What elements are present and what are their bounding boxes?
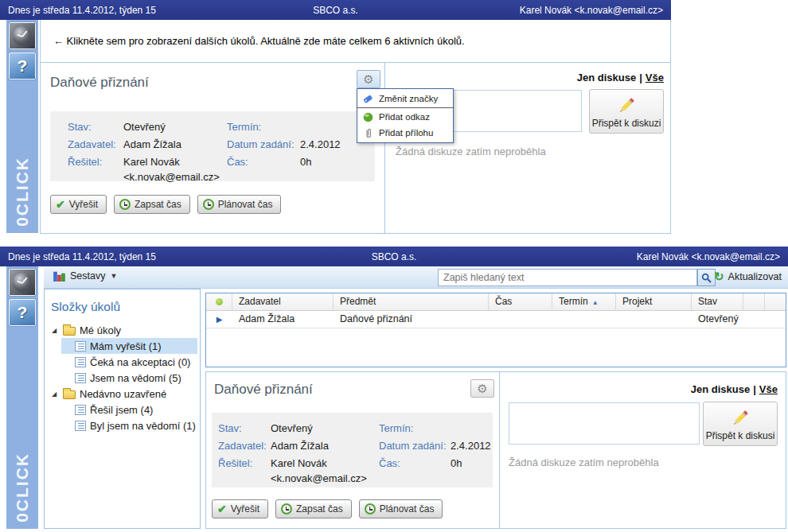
field-value (451, 421, 493, 436)
titlebar-company: SBCO a.s. (372, 251, 417, 262)
tree-item-was-cc[interactable]: Byl jsem na vědomí (1) (61, 417, 197, 433)
help-button[interactable]: ? (9, 52, 36, 80)
filter-discussion-only[interactable]: Jen diskuse (577, 72, 636, 83)
field-value: 2.4.2012 (451, 438, 493, 453)
task-actions-button[interactable]: ⚙ (470, 379, 494, 398)
paperclip-icon (363, 128, 373, 138)
column-header-projekt[interactable]: Projekt (616, 293, 692, 310)
column-header-stav[interactable]: Stav (692, 293, 743, 310)
tag-icon (363, 94, 373, 104)
clock-icon (365, 503, 376, 515)
field-label: Zadavatel: (218, 438, 271, 453)
menu-item-change-tags[interactable]: Změnit značky (357, 91, 453, 107)
clock-icon (119, 199, 131, 210)
log-time-button[interactable]: Zapsat čas (275, 499, 352, 518)
help-button[interactable]: ? (9, 299, 36, 326)
field-value: Otevřený (271, 421, 379, 436)
menu-item-add-attachment[interactable]: Přidat přílohu (357, 125, 453, 141)
time-tracking-button[interactable] (9, 269, 36, 296)
tree-group-my-tasks[interactable]: ◢ Mé úkoly (45, 322, 200, 338)
task-list-icon (75, 405, 86, 415)
column-header-termin[interactable]: Termín▲ (552, 293, 616, 310)
column-header-zadavatel[interactable]: Zadavatel (232, 293, 334, 310)
field-value: 0h (451, 456, 493, 486)
tree-group-recently-closed[interactable]: ◢ Nedávno uzavřené (45, 386, 200, 402)
task-title: Daňové přiznání (50, 75, 149, 91)
gear-dropdown-menu: Změnit značky Přidat odkaz Přidat příloh… (357, 88, 454, 143)
pencil-icon (730, 407, 751, 429)
titlebar-user: Karel Novák <k.novak@email.cz> (637, 251, 780, 262)
field-value: Adam Žížala (271, 438, 379, 453)
expand-icon[interactable]: ◢ (52, 390, 59, 398)
search-icon (701, 273, 712, 283)
cell-zadavatel: Adam Žížala (232, 311, 334, 328)
clock-icon (10, 23, 35, 49)
expand-icon[interactable]: ◢ (52, 327, 59, 334)
plan-time-button[interactable]: Plánovat čas (359, 499, 443, 518)
refresh-button[interactable]: ↻ Aktualizovat (714, 270, 782, 282)
menu-item-add-link[interactable]: Přidat odkaz (357, 109, 453, 125)
table-row[interactable]: ▶ Adam Žížala Daňové přiznání Otevřený (206, 311, 786, 328)
brand-logo: 0CLICK (13, 452, 32, 522)
comment-input[interactable] (509, 402, 700, 445)
field-label: Datum zadání: (227, 137, 300, 152)
search-button[interactable] (697, 269, 716, 286)
tree-item-cc[interactable]: Jsem na vědomí (5) (61, 370, 197, 386)
discussion-panel: Jen diskuse|Vše Přispět k diskusi Žádná … (499, 372, 786, 528)
field-value: Adam Žížala (123, 137, 227, 152)
no-discussion-text: Žádná diskuze zatím neproběhla (396, 146, 546, 157)
current-row-icon: ▶ (217, 311, 223, 328)
field-label: Řešitel: (68, 154, 123, 184)
chevron-down-icon: ▼ (110, 272, 117, 280)
tree-title: Složky úkolů (51, 300, 200, 314)
titlebar-company: SBCO a.s. (313, 5, 358, 16)
top-left-strip: ? 0CLICK (6, 20, 38, 233)
status-dot-column-header[interactable] (206, 293, 232, 310)
column-header-empty (743, 293, 765, 310)
gear-icon: ⚙ (363, 73, 373, 85)
reports-menu-button[interactable]: Sestavy ▼ (53, 270, 117, 282)
solve-button[interactable]: ✔ Vyřešit (212, 499, 268, 518)
field-value: 0h (300, 154, 375, 184)
bottom-left-strip: ? 0CLICK (6, 266, 38, 529)
discussion-filter: Jen diskuse|Vše (577, 72, 664, 83)
filter-discussion-only[interactable]: Jen diskuse (691, 383, 750, 395)
help-icon: ? (10, 53, 35, 79)
post-comment-button[interactable]: Přispět k diskuzi (589, 89, 664, 134)
bottom-titlebar: Dnes je středa 11.4.2012, týden 15 SBCO … (0, 247, 788, 266)
field-label: Termín: (379, 421, 451, 436)
task-actions-button[interactable]: ⚙ (357, 70, 380, 88)
bottom-window: Dnes je středa 11.4.2012, týden 15 SBCO … (0, 247, 788, 532)
tree-item-solved-by-me[interactable]: Řešil jsem (4) (61, 402, 197, 417)
solve-button[interactable]: ✔ Vyřešit (50, 195, 107, 214)
field-label: Datum zadání: (379, 438, 451, 453)
clock-icon (203, 199, 214, 210)
top-window: Dnes je středa 11.4.2012, týden 15 SBCO … (0, 0, 671, 235)
tree-item-awaiting-acceptance[interactable]: Čeká na akceptaci (0) (61, 354, 197, 370)
cell-projekt (616, 311, 692, 328)
task-table: Zadavatel Předmět Čas Termín▲ Projekt St… (205, 293, 786, 367)
plan-time-button[interactable]: Plánovat čas (197, 195, 282, 214)
cell-cas (489, 311, 552, 328)
discussion-filter: Jen diskuse|Vše (691, 383, 778, 395)
field-value: Karel Novák <k.novak@email.cz> (271, 456, 379, 486)
more-tasks-notice[interactable]: ← Klikněte sem pro zobrazení dalších úko… (41, 20, 670, 63)
log-time-button[interactable]: Zapsat čas (114, 195, 190, 214)
filter-all-link[interactable]: Vše (759, 383, 778, 395)
top-window-content: ← Klikněte sem pro zobrazení dalších úko… (40, 20, 671, 234)
menu-item-label: Přidat odkaz (379, 112, 430, 122)
column-header-cas[interactable]: Čas (489, 293, 552, 310)
filter-all-link[interactable]: Vše (646, 72, 664, 83)
tree-item-to-solve[interactable]: Mám vyřešit (1) (61, 338, 197, 354)
cell-stav: Otevřený (692, 311, 743, 328)
column-header-predmet[interactable]: Předmět (334, 293, 489, 310)
time-tracking-button[interactable] (9, 22, 36, 49)
field-label: Termín: (227, 119, 300, 134)
clock-icon (281, 503, 292, 515)
search-input[interactable] (438, 269, 697, 286)
task-info-box: Stav: Otevřený Termín: Zadavatel: Adam Ž… (212, 413, 493, 487)
gear-icon: ⚙ (477, 382, 487, 394)
post-comment-button[interactable]: Přispět k diskusi (703, 402, 778, 446)
menu-item-label: Přidat přílohu (379, 128, 433, 138)
field-label: Řešitel: (218, 456, 271, 486)
